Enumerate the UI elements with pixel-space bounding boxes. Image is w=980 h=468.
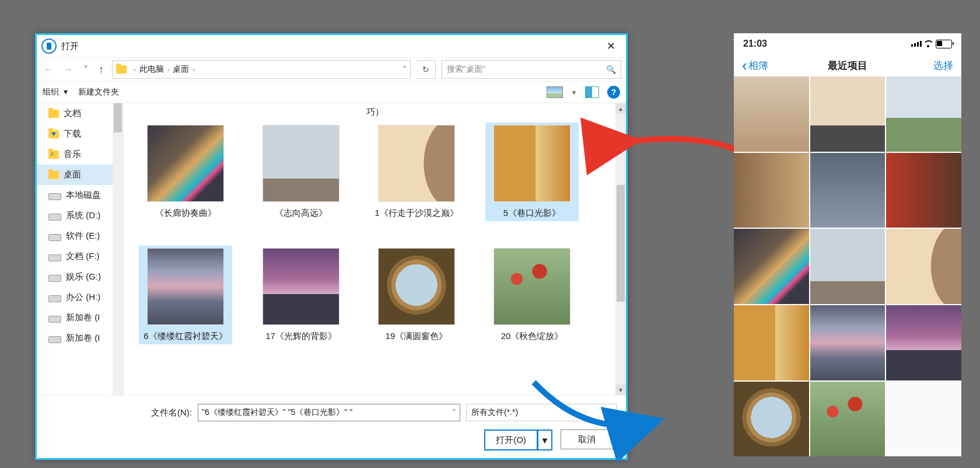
file-item[interactable]: 19《满圆窗色》 xyxy=(372,248,461,342)
file-item[interactable]: 《长廊协奏曲》 xyxy=(141,125,230,219)
scroll-down-icon[interactable]: ▼ xyxy=(615,385,626,395)
file-item[interactable]: 5《巷口光影》 xyxy=(485,123,579,221)
footer: 文件名(N): "6《缕缕红霞衬碧天》" "5《巷口光影》" " ˅ 所有文件(… xyxy=(37,395,626,459)
organize-button[interactable]: 组织 ▾ xyxy=(43,87,68,97)
new-folder-button[interactable]: 新建文件夹 xyxy=(78,87,119,97)
sidebar: 文档下载音乐桌面本地磁盘系统 (D:)软件 (E:)文档 (F:)娱乐 (G:)… xyxy=(37,103,124,395)
sidebar-item[interactable]: 娱乐 (G:) xyxy=(37,267,123,287)
dialog-title: 打开 xyxy=(61,41,79,52)
sidebar-item[interactable]: 软件 (E:) xyxy=(37,226,123,246)
phone-select-button[interactable]: 选择 xyxy=(933,59,953,72)
refresh-icon[interactable]: ↻ xyxy=(416,60,436,79)
forward-icon[interactable]: → xyxy=(61,64,75,75)
file-thumbnail xyxy=(147,248,224,325)
back-icon[interactable]: ← xyxy=(41,64,55,75)
file-item[interactable]: 17《光辉的背影》 xyxy=(257,248,345,342)
file-grid: 巧） 《长廊协奏曲》《志向高远》1《行走于沙漠之巅》5《巷口光影》6《缕缕红霞衬… xyxy=(124,103,626,395)
sidebar-item-label: 下载 xyxy=(64,128,81,139)
phone-photo-thumbnail[interactable] xyxy=(886,153,961,228)
phone-photo-thumbnail[interactable] xyxy=(810,153,886,228)
drive-icon xyxy=(48,336,61,343)
phone-photo-thumbnail[interactable] xyxy=(810,382,886,457)
drive-icon xyxy=(48,193,61,200)
file-caption: 《长廊协奏曲》 xyxy=(141,207,230,219)
phone-title: 最近项目 xyxy=(828,59,867,72)
phone-photo-thumbnail[interactable] xyxy=(886,76,961,152)
file-caption: 17《光辉的背影》 xyxy=(257,330,345,342)
file-caption: 1《行走于沙漠之巅》 xyxy=(372,207,461,219)
file-item[interactable]: 1《行走于沙漠之巅》 xyxy=(372,125,461,219)
phone-time: 21:03 xyxy=(743,39,767,49)
view-dropdown-icon[interactable]: ▼ xyxy=(571,89,577,96)
phone-back-button[interactable]: 相簿 xyxy=(742,58,768,73)
scrollbar[interactable]: ▲ ▼ xyxy=(615,103,626,395)
filename-input[interactable]: "6《缕缕红霞衬碧天》" "5《巷口光影》" " ˅ xyxy=(198,404,460,421)
sidebar-item[interactable]: 文档 (F:) xyxy=(37,246,123,267)
breadcrumb[interactable]: › 此电脑 › 桌面 › ˅ xyxy=(112,60,411,79)
signal-icon xyxy=(911,41,922,47)
chevron-right-icon: › xyxy=(192,66,195,73)
breadcrumb-folder[interactable]: 桌面 xyxy=(173,64,189,75)
sidebar-item[interactable]: 音乐 xyxy=(37,144,123,165)
recent-dropdown-icon[interactable]: ˅ xyxy=(81,64,90,75)
help-icon[interactable]: ? xyxy=(607,86,620,99)
search-input[interactable]: 搜索"桌面" 🔍 xyxy=(442,60,621,79)
file-thumbnail xyxy=(378,125,455,202)
scroll-up-icon[interactable]: ▲ xyxy=(615,103,626,114)
drive-icon xyxy=(48,295,61,302)
cancel-button[interactable]: 取消 xyxy=(561,429,613,449)
file-caption: 5《巷口光影》 xyxy=(488,207,576,219)
view-mode-icon[interactable] xyxy=(547,86,563,98)
phone-photo-thumbnail[interactable] xyxy=(734,382,809,457)
sidebar-item-label: 娱乐 (G:) xyxy=(66,271,101,282)
sidebar-item[interactable]: 本地磁盘 xyxy=(37,185,123,205)
file-thumbnail xyxy=(494,125,570,202)
breadcrumb-root[interactable]: 此电脑 xyxy=(139,64,164,75)
file-thumbnail xyxy=(147,125,224,202)
open-dropdown-icon[interactable]: ▼ xyxy=(538,429,552,450)
sidebar-item[interactable]: 新加卷 (I xyxy=(37,328,123,348)
file-item[interactable]: 6《缕缕红霞衬碧天》 xyxy=(139,246,232,344)
sidebar-item[interactable]: 系统 (D:) xyxy=(37,205,123,226)
sidebar-item-label: 软件 (E:) xyxy=(66,230,100,242)
search-icon: 🔍 xyxy=(606,65,616,74)
sidebar-item-label: 系统 (D:) xyxy=(66,210,100,221)
chevron-down-icon[interactable]: ˅ xyxy=(607,408,611,417)
sidebar-item[interactable]: 办公 (H:) xyxy=(37,287,123,308)
app-icon xyxy=(41,39,57,54)
file-item[interactable]: 20《秋色绽放》 xyxy=(488,248,576,342)
preview-pane-icon[interactable] xyxy=(585,86,599,98)
file-thumbnail xyxy=(262,248,340,325)
sidebar-item[interactable]: 桌面 xyxy=(37,165,123,185)
sidebar-item[interactable]: 文档 xyxy=(37,103,123,124)
titlebar: 打开 ✕ xyxy=(37,35,626,58)
file-item[interactable]: 《志向高远》 xyxy=(257,125,345,219)
phone-photo-thumbnail[interactable] xyxy=(810,76,886,152)
phone-photo-thumbnail[interactable] xyxy=(734,76,809,152)
chevron-down-icon[interactable]: ˅ xyxy=(452,408,456,417)
scroll-thumb[interactable] xyxy=(617,185,625,302)
phone-photo-thumbnail[interactable] xyxy=(886,382,961,457)
filetype-select[interactable]: 所有文件(*.*) ˅ xyxy=(466,404,617,421)
sidebar-item[interactable]: 下载 xyxy=(37,124,123,144)
phone-photo-thumbnail[interactable] xyxy=(810,305,886,380)
folder-icon xyxy=(48,110,59,118)
file-caption: 19《满圆窗色》 xyxy=(372,330,461,342)
sidebar-item-label: 新加卷 (I xyxy=(66,312,100,323)
phone-photo-thumbnail[interactable] xyxy=(810,229,886,304)
sidebar-item-label: 文档 xyxy=(64,108,81,119)
close-icon[interactable]: ✕ xyxy=(601,37,621,55)
chevron-down-icon[interactable]: ˅ xyxy=(402,65,407,74)
phone-photo-thumbnail[interactable] xyxy=(734,153,809,228)
up-icon[interactable]: ↑ xyxy=(96,64,106,76)
scrollbar[interactable] xyxy=(113,103,123,395)
sidebar-item-label: 办公 (H:) xyxy=(66,292,100,303)
sidebar-item[interactable]: 新加卷 (I xyxy=(37,308,123,328)
open-button[interactable]: 打开(O) xyxy=(484,429,538,450)
phone-photo-thumbnail[interactable] xyxy=(886,305,961,380)
phone-photo-thumbnail[interactable] xyxy=(734,229,809,304)
phone-photo-thumbnail[interactable] xyxy=(734,305,809,380)
nav-row: ← → ˅ ↑ › 此电脑 › 桌面 › ˅ ↻ 搜索"桌面" 🔍 xyxy=(37,58,626,81)
file-caption: 20《秋色绽放》 xyxy=(488,330,576,342)
phone-photo-thumbnail[interactable] xyxy=(886,229,961,304)
